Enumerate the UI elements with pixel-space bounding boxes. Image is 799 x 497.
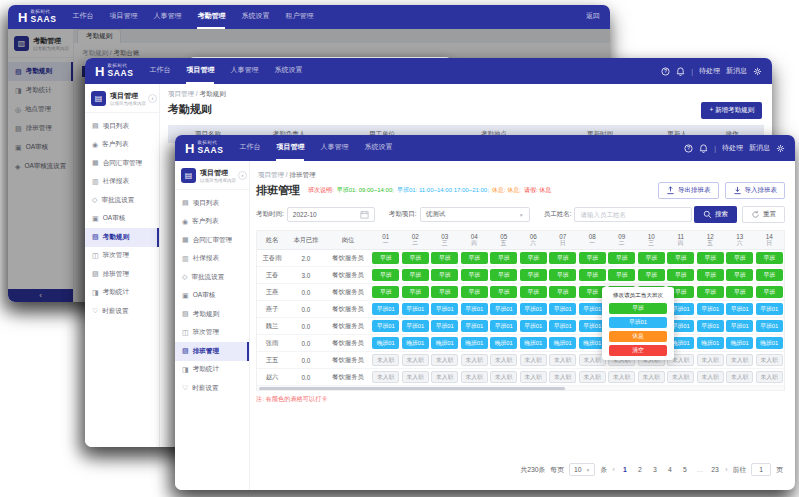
shift-badge[interactable]: 早班 xyxy=(431,252,458,264)
per-page-select[interactable]: 10 ▼ xyxy=(569,463,596,476)
shift-badge[interactable]: 早班01 xyxy=(549,320,576,332)
nav-item-3[interactable]: 系统设置 xyxy=(364,135,392,161)
shift-badge[interactable]: 晚班01 xyxy=(461,337,488,349)
bell-icon[interactable] xyxy=(676,67,685,76)
shift-badge[interactable]: 早班01 xyxy=(372,303,399,315)
messages-link[interactable]: 新消息 xyxy=(749,143,770,153)
goto-page-input[interactable] xyxy=(751,463,771,476)
shift-badge[interactable]: 早班 xyxy=(372,252,399,264)
shift-badge[interactable]: 早班 xyxy=(490,269,517,281)
shift-badge[interactable]: 未入职 xyxy=(549,371,576,383)
sidebar-item-10[interactable]: ♡时薪设置 xyxy=(175,379,249,398)
help-icon[interactable]: ? xyxy=(684,144,693,153)
help-icon[interactable]: ? xyxy=(661,67,670,76)
shift-badge[interactable]: 早班01 xyxy=(697,303,724,315)
shift-badge[interactable]: 早班01 xyxy=(520,303,547,315)
page-button-23[interactable]: 23 xyxy=(710,466,720,473)
shift-badge[interactable]: 早班 xyxy=(372,286,399,298)
shift-badge[interactable]: 早班 xyxy=(726,269,753,281)
export-schedule-button[interactable]: 导出排班表 xyxy=(658,182,719,199)
sidebar-item-9[interactable]: ◨考勤统计 xyxy=(85,284,159,303)
page-button-3[interactable]: 3 xyxy=(650,466,660,473)
shift-badge[interactable]: 未入职 xyxy=(402,354,429,366)
page-button-4[interactable]: 4 xyxy=(665,466,675,473)
sidebar-item-4[interactable]: ◇审批流设置 xyxy=(85,191,159,210)
shift-badge[interactable]: 早班 xyxy=(726,252,753,264)
shift-badge[interactable]: 早班 xyxy=(461,252,488,264)
shift-badge[interactable]: 未入职 xyxy=(756,371,783,383)
shift-badge[interactable]: 早班01 xyxy=(697,320,724,332)
gear-icon[interactable] xyxy=(753,67,762,76)
shift-badge[interactable]: 早班 xyxy=(579,269,606,281)
shift-badge[interactable]: 未入职 xyxy=(490,371,517,383)
shift-badge[interactable]: 早班 xyxy=(372,269,399,281)
shift-badge[interactable]: 早班01 xyxy=(402,320,429,332)
sidebar-item-9[interactable]: ◨考勤统计 xyxy=(175,361,249,380)
shift-badge[interactable]: 早班 xyxy=(520,252,547,264)
shift-badge[interactable]: 早班 xyxy=(520,269,547,281)
shift-badge[interactable]: 晚班01 xyxy=(726,337,753,349)
nav-item-1[interactable]: 项目管理 xyxy=(109,5,137,29)
shift-badge[interactable]: 早班 xyxy=(461,286,488,298)
shift-badge[interactable]: 早班 xyxy=(402,252,429,264)
shift-badge[interactable]: 早班 xyxy=(638,269,665,281)
shift-badge[interactable]: 早班 xyxy=(402,269,429,281)
shift-badge[interactable]: 未入职 xyxy=(431,354,458,366)
pending-link[interactable]: 待处理 xyxy=(699,66,720,76)
back-return-link[interactable]: 返回 xyxy=(586,11,600,23)
shift-badge[interactable]: 早班 xyxy=(697,252,724,264)
shift-badge[interactable]: 未入职 xyxy=(431,371,458,383)
shift-badge[interactable]: 早班 xyxy=(579,252,606,264)
shift-badge[interactable]: 早班 xyxy=(402,286,429,298)
popup-shift-option-0[interactable]: 早班 xyxy=(609,303,667,314)
gear-icon[interactable] xyxy=(776,144,785,153)
popup-shift-option-3[interactable]: 清空 xyxy=(609,345,667,356)
shift-badge[interactable]: 早班 xyxy=(608,252,635,264)
shift-badge[interactable]: 早班 xyxy=(667,269,694,281)
shift-badge[interactable]: 早班 xyxy=(667,252,694,264)
shift-badge[interactable]: 未入职 xyxy=(549,354,576,366)
sidebar-item-10[interactable]: ♡时薪设置 xyxy=(85,302,159,321)
shift-badge[interactable]: 早班 xyxy=(520,286,547,298)
sidebar-item-1[interactable]: ◉客户列表 xyxy=(175,213,249,232)
shift-badge[interactable]: 未入职 xyxy=(402,371,429,383)
sidebar-item-5[interactable]: ▣OA审核 xyxy=(175,287,249,306)
shift-badge[interactable]: 早班 xyxy=(549,269,576,281)
nav-item-2[interactable]: 人事管理 xyxy=(153,5,181,29)
nav-item-0[interactable]: 工作台 xyxy=(149,58,170,84)
shift-badge[interactable]: 未入职 xyxy=(726,354,753,366)
sidebar-item-6[interactable]: ▧考勤规则 xyxy=(175,305,249,324)
shift-badge[interactable]: 晚班01 xyxy=(520,337,547,349)
attendance-month-picker[interactable]: 2022-10 xyxy=(287,207,375,222)
shift-badge[interactable]: 未入职 xyxy=(638,371,665,383)
shift-badge[interactable]: 晚班01 xyxy=(490,337,517,349)
sidebar-item-5[interactable]: ▣OA审核 xyxy=(85,210,159,229)
shift-badge[interactable]: 早班01 xyxy=(372,320,399,332)
messages-link[interactable]: 新消息 xyxy=(726,66,747,76)
sidebar-item-6[interactable]: ▧考勤规则 xyxy=(85,228,159,247)
page-button-1[interactable]: 1 xyxy=(620,466,630,473)
breadcrumb-root[interactable]: 项目管理 xyxy=(168,90,194,97)
sidebar-collapse-button[interactable]: ‹ xyxy=(148,94,157,103)
add-attendance-rule-button[interactable]: + 新增考勤规则 xyxy=(701,102,762,119)
shift-badge[interactable]: 未入职 xyxy=(667,371,694,383)
shift-badge[interactable]: 晚班01 xyxy=(697,337,724,349)
nav-item-3[interactable]: 系统设置 xyxy=(274,58,302,84)
page-button-5[interactable]: 5 xyxy=(680,466,690,473)
shift-badge[interactable]: 早班 xyxy=(431,286,458,298)
shift-badge[interactable]: 未入职 xyxy=(520,371,547,383)
sidebar-item-0[interactable]: ▤项目列表 xyxy=(175,194,249,213)
shift-badge[interactable]: 未入职 xyxy=(461,354,488,366)
shift-badge[interactable]: 早班01 xyxy=(726,303,753,315)
shift-badge[interactable]: 早班01 xyxy=(490,320,517,332)
shift-badge[interactable]: 早班 xyxy=(697,286,724,298)
shift-badge[interactable]: 未入职 xyxy=(697,371,724,383)
shift-badge[interactable]: 早班01 xyxy=(461,320,488,332)
shift-badge[interactable]: 未入职 xyxy=(461,371,488,383)
shift-badge[interactable]: 未入职 xyxy=(579,371,606,383)
shift-badge[interactable]: 早班 xyxy=(549,252,576,264)
shift-badge[interactable]: 早班 xyxy=(726,286,753,298)
shift-badge[interactable]: 早班 xyxy=(461,269,488,281)
shift-badge[interactable]: 早班01 xyxy=(726,320,753,332)
shift-badge[interactable]: 晚班01 xyxy=(756,337,783,349)
